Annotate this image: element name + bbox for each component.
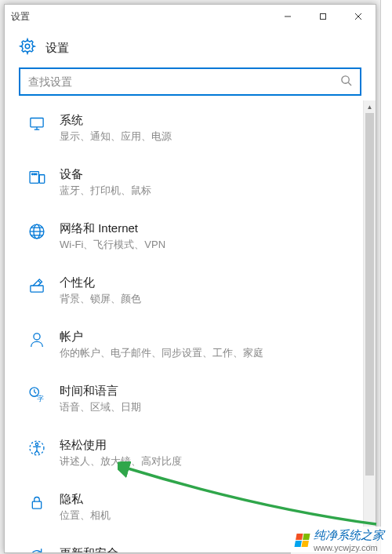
- search-icon: [340, 75, 352, 89]
- search-container: [5, 67, 376, 100]
- category-desc: 语音、区域、日期: [60, 400, 141, 414]
- search-input[interactable]: [28, 75, 334, 88]
- category-title: 系统: [60, 111, 172, 128]
- system-icon: [22, 111, 52, 133]
- category-desc: 显示、通知、应用、电源: [60, 129, 172, 144]
- svg-point-12: [34, 173, 35, 175]
- vertical-scrollbar[interactable]: ▲ ▼: [363, 100, 376, 552]
- globe-icon: [22, 220, 52, 242]
- svg-point-22: [34, 333, 40, 340]
- svg-point-5: [342, 75, 349, 82]
- watermark-logo-icon: [295, 534, 310, 547]
- svg-rect-20: [31, 286, 43, 292]
- settings-window: 设置 设置: [4, 4, 376, 553]
- svg-line-32: [37, 450, 39, 454]
- category-title: 网络和 Internet: [60, 220, 165, 236]
- category-list: 系统 显示、通知、应用、电源 设备 蓝牙、打印机、鼠标 网络和 Inte: [5, 100, 376, 552]
- category-ease-of-access[interactable]: 轻松使用 讲述人、放大镜、高对比度: [17, 425, 371, 479]
- category-title: 轻松使用: [60, 436, 182, 453]
- category-network[interactable]: 网络和 Internet Wi-Fi、飞行模式、VPN: [17, 209, 371, 263]
- svg-rect-14: [39, 175, 45, 184]
- maximize-button[interactable]: [305, 5, 340, 27]
- minimize-button[interactable]: [270, 5, 305, 27]
- person-icon: [22, 328, 52, 350]
- category-desc: 你的帐户、电子邮件、同步设置、工作、家庭: [60, 346, 263, 360]
- scroll-track[interactable]: [364, 113, 376, 540]
- header: 设置: [5, 28, 376, 67]
- category-title: 隐私: [60, 490, 111, 507]
- svg-line-21: [38, 281, 41, 283]
- watermark-url: www.ycwjzy.com: [314, 543, 384, 552]
- svg-point-11: [32, 173, 34, 175]
- watermark: 纯净系统之家 www.ycwjzy.com: [291, 527, 389, 554]
- category-system[interactable]: 系统 显示、通知、应用、电源: [17, 100, 371, 155]
- scroll-up-arrow[interactable]: ▲: [364, 100, 376, 113]
- svg-line-25: [34, 392, 36, 394]
- gear-icon: [19, 38, 36, 58]
- svg-point-13: [35, 173, 37, 175]
- devices-icon: [22, 166, 52, 188]
- category-time-language[interactable]: 字 时间和语言 语音、区域、日期: [17, 371, 371, 425]
- titlebar: 设置: [5, 5, 376, 28]
- svg-text:字: 字: [37, 395, 44, 403]
- category-desc: Wi-Fi、飞行模式、VPN: [60, 238, 165, 252]
- category-title: 设备: [60, 166, 151, 182]
- window-title: 设置: [11, 10, 30, 24]
- category-personalization[interactable]: 个性化 背景、锁屏、颜色: [17, 263, 371, 317]
- search-box[interactable]: [19, 67, 361, 96]
- category-title: 更新和安全: [60, 545, 185, 552]
- category-privacy[interactable]: 隐私 位置、相机: [17, 479, 371, 534]
- svg-point-28: [35, 443, 38, 446]
- svg-point-4: [25, 44, 30, 49]
- svg-rect-1: [320, 14, 325, 20]
- update-icon: [22, 545, 52, 552]
- category-title: 个性化: [60, 274, 141, 290]
- svg-line-6: [348, 82, 351, 86]
- category-title: 时间和语言: [60, 382, 141, 399]
- watermark-brand: 纯净系统之家: [314, 528, 384, 543]
- scroll-thumb[interactable]: [365, 113, 374, 476]
- page-title: 设置: [45, 41, 69, 56]
- personalization-icon: [22, 274, 52, 296]
- category-devices[interactable]: 设备 蓝牙、打印机、鼠标: [17, 155, 371, 209]
- svg-line-31: [34, 450, 37, 454]
- category-accounts[interactable]: 帐户 你的帐户、电子邮件、同步设置、工作、家庭: [17, 317, 371, 371]
- category-desc: 讲述人、放大镜、高对比度: [60, 454, 182, 468]
- time-language-icon: 字: [22, 382, 52, 404]
- category-desc: 背景、锁屏、颜色: [60, 292, 141, 306]
- cropped-edge: [380, 0, 392, 554]
- category-desc: 位置、相机: [60, 508, 111, 523]
- category-desc: 蓝牙、打印机、鼠标: [60, 184, 151, 198]
- svg-rect-33: [32, 501, 41, 508]
- content-scroll: 系统 显示、通知、应用、电源 设备 蓝牙、打印机、鼠标 网络和 Inte: [5, 100, 376, 552]
- lock-icon: [22, 490, 52, 512]
- close-button[interactable]: [340, 5, 376, 27]
- svg-rect-7: [31, 118, 43, 127]
- category-title: 帐户: [60, 328, 263, 344]
- ease-of-access-icon: [22, 436, 52, 458]
